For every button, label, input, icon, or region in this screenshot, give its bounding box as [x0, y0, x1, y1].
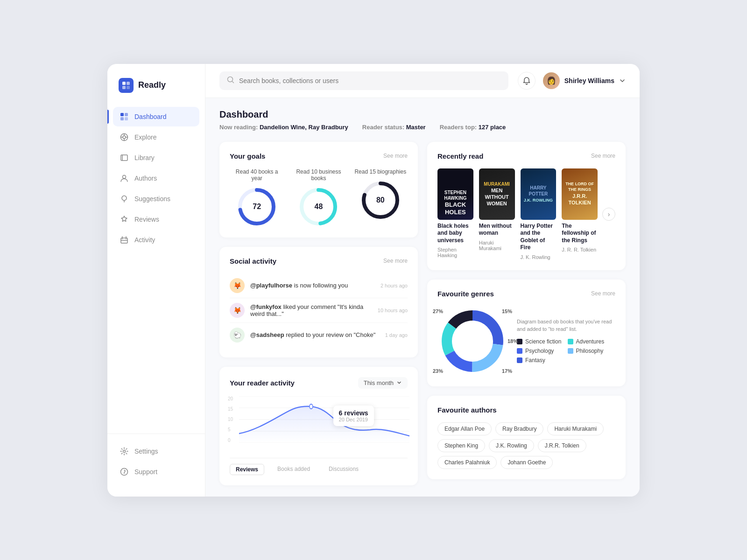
social-activity-title: Social activity	[230, 257, 276, 265]
goals-card: Your goals See more Read 40 books a year	[219, 142, 418, 238]
sidebar-label-authors: Authors	[134, 175, 157, 182]
activity-text-0: @playfulhorse is now following you	[250, 282, 375, 289]
reviews-icon	[120, 215, 129, 224]
book-item-0[interactable]: STEPHEN HAWKINGBLACK HOLES Black holes a…	[437, 168, 473, 259]
svg-point-25	[228, 77, 233, 82]
chart-tab-reviews[interactable]: Reviews	[230, 464, 264, 475]
activity-avatar-0: 🦊	[230, 278, 245, 293]
social-activity-see-more[interactable]: See more	[383, 258, 408, 264]
period-selector[interactable]: This month	[358, 377, 408, 389]
genres-header: Favourite genres See more	[437, 290, 615, 298]
dashboard-area: Dashboard Now reading: Dandelion Wine, R…	[205, 98, 640, 497]
svg-point-24	[121, 468, 128, 475]
sidebar-label-explore: Explore	[134, 133, 156, 141]
activity-item-1: 🦊 @funkyfox liked your comment "It's kin…	[230, 298, 408, 323]
book-author-2: J. K. Rowling	[521, 254, 557, 260]
sidebar-label-library: Library	[134, 154, 155, 161]
svg-point-16	[123, 175, 126, 178]
goal-label-1: Read 10 business books	[291, 168, 345, 182]
dashboard-icon	[120, 112, 129, 121]
recently-read-card: Recently read See more STEPHEN HAWKINGBL…	[427, 142, 626, 270]
legend-dot-fantasy	[517, 357, 522, 363]
explore-icon	[120, 133, 129, 142]
reader-status-label: Reader status:	[362, 124, 404, 131]
goal-item-0: Read 40 books a year 72	[230, 168, 284, 227]
chart-tab-books-added[interactable]: Books added	[272, 464, 316, 475]
books-row: STEPHEN HAWKINGBLACK HOLES Black holes a…	[437, 168, 598, 260]
svg-point-17	[122, 196, 127, 200]
user-name: Shirley Williams	[564, 77, 614, 84]
book-item-3[interactable]: THE LORD OF THE RINGSJ.R.R.TOLKIEN The f…	[562, 168, 598, 253]
legend-sci-fi: Science fiction	[517, 338, 565, 345]
svg-rect-4	[120, 113, 124, 116]
book-author-3: J. R. R. Tolkien	[562, 247, 598, 252]
period-label: This month	[364, 379, 394, 386]
sidebar-item-support[interactable]: Support	[113, 462, 199, 482]
sidebar-label-settings: Settings	[134, 448, 158, 455]
book-title-0: Black holes and baby universes	[437, 223, 473, 245]
sidebar-item-activity[interactable]: Activity	[113, 230, 199, 250]
legend-label-psychology: Psychology	[525, 348, 554, 354]
author-chip-0[interactable]: Edgar Allan Poe	[437, 422, 492, 435]
dashboard-grid: Your goals See more Read 40 books a year	[219, 142, 626, 485]
sidebar-logo: Readly	[107, 78, 205, 107]
chart-tab-discussions[interactable]: Discussions	[323, 464, 364, 475]
reader-activity-card: Your reader activity This month	[219, 367, 418, 485]
goal-circle-0: 72	[236, 186, 277, 227]
recently-read-see-more[interactable]: See more	[591, 153, 615, 159]
sidebar-item-dashboard[interactable]: Dashboard	[113, 107, 199, 126]
readers-top-value: 127 place	[479, 124, 506, 131]
favourite-genres-card: Favourite genres See more 15% 18% 17% 23…	[427, 280, 626, 386]
authors-icon	[120, 174, 129, 183]
user-profile[interactable]: 👩 Shirley Williams	[543, 72, 626, 89]
sidebar-item-suggestions[interactable]: Suggestions	[113, 189, 199, 209]
goal-circle-2: 80	[360, 180, 401, 221]
goals-card-header: Your goals See more	[230, 152, 408, 160]
library-icon	[120, 153, 129, 162]
sidebar-item-authors[interactable]: Authors	[113, 168, 199, 188]
genre-legend: Diagram based ob books that you've read …	[517, 318, 615, 364]
book-item-2[interactable]: HARRYPOTTERJ.K. ROWLING Harry Potter and…	[521, 168, 557, 260]
legend-philosophy: Philosophy	[568, 348, 616, 354]
book-item-1[interactable]: MURAKAMIMEN WITHOUTWOMEN Men without wom…	[479, 168, 515, 251]
header: 👩 Shirley Williams	[205, 64, 640, 98]
search-input[interactable]	[239, 77, 501, 84]
now-reading-label: Now reading:	[219, 124, 258, 131]
notification-button[interactable]	[518, 72, 536, 90]
book-author-0: Stephen Hawking	[437, 247, 473, 258]
author-chip-1[interactable]: Ray Bradbury	[495, 422, 543, 435]
app-container: Readly Dashboard	[107, 64, 640, 497]
chart-area: 20 15 10 5 0	[228, 396, 409, 452]
author-chip-2[interactable]: Haruki Murakami	[547, 422, 604, 435]
genres-title: Favourite genres	[437, 290, 494, 298]
activity-time-0: 2 hours ago	[381, 283, 408, 288]
svg-rect-14	[121, 155, 127, 161]
author-chip-4[interactable]: J.K. Rowling	[489, 439, 534, 452]
chevron-period-icon	[396, 380, 402, 385]
readers-top: Readers top: 127 place	[440, 124, 506, 131]
activity-time-2: 1 day ago	[385, 332, 408, 338]
avatar: 👩	[543, 72, 560, 89]
legend-grid: Science fiction Adventures Psychology	[517, 338, 615, 364]
genres-see-more[interactable]: See more	[591, 290, 615, 297]
author-chip-7[interactable]: Johann Goethe	[500, 456, 553, 469]
recently-read-header: Recently read See more	[437, 152, 615, 160]
header-right: 👩 Shirley Williams	[518, 72, 626, 90]
books-nav-next[interactable]: ›	[602, 208, 615, 221]
search-box[interactable]	[219, 71, 508, 90]
sidebar-item-explore[interactable]: Explore	[113, 127, 199, 147]
authors-chips: Edgar Allan Poe Ray Bradbury Haruki Mura…	[437, 422, 615, 469]
sidebar-label-dashboard: Dashboard	[134, 113, 167, 120]
author-chip-3[interactable]: Stephen King	[437, 439, 485, 452]
sidebar-item-reviews[interactable]: Reviews	[113, 210, 199, 229]
support-icon	[120, 467, 129, 476]
settings-icon	[120, 447, 129, 456]
author-chip-6[interactable]: Charles Palahniuk	[437, 456, 497, 469]
sidebar-item-library[interactable]: Library	[113, 148, 199, 168]
app-name: Readly	[138, 80, 166, 90]
author-chip-5[interactable]: J.R.R. Tolkien	[538, 439, 586, 452]
goals-see-more[interactable]: See more	[383, 153, 408, 159]
genres-content: 15% 18% 17% 23% 27%	[437, 306, 615, 376]
sidebar-item-settings[interactable]: Settings	[113, 441, 199, 461]
legend-adventures: Adventures	[568, 338, 616, 345]
